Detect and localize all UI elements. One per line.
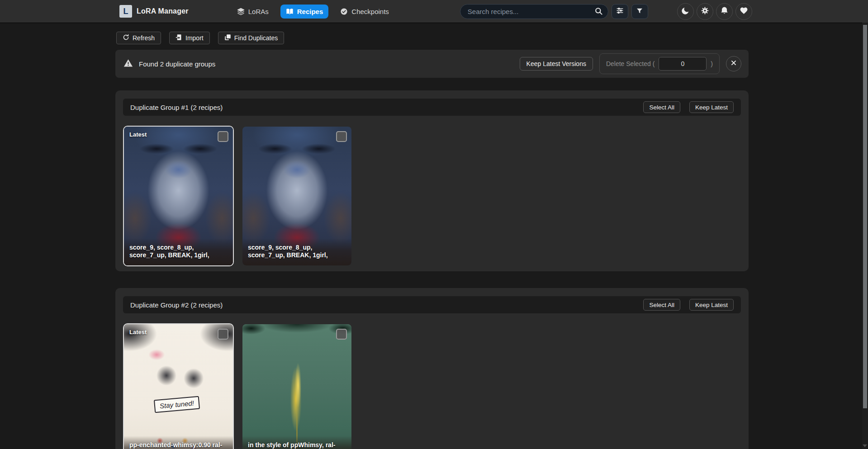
card-row: Stay tuned! Latest pp-enchanted-whimsy:0… [123,323,741,449]
select-all-button[interactable]: Select All [643,299,680,311]
alert-message: Found 2 duplicate groups [123,58,215,69]
card-caption: in the style of ppWhimsy, ral-frctlgmtry… [242,436,351,449]
keep-latest-button[interactable]: Keep Latest [689,299,734,311]
theme-toggle-button[interactable] [677,3,694,20]
toolbar: Refresh Import Find Duplicates [115,32,749,44]
find-duplicates-button[interactable]: Find Duplicates [218,32,285,44]
select-all-button[interactable]: Select All [643,101,680,113]
import-button[interactable]: Import [169,32,210,44]
book-icon [286,8,294,15]
moon-icon [681,6,690,16]
check-circle-icon [340,8,348,15]
layers-icon [237,8,245,15]
app-window: L LoRA Manager LoRAs Recipes Checkpoi [0,0,868,449]
import-label: Import [185,34,204,42]
refresh-button[interactable]: Refresh [116,32,161,44]
delete-selected-suffix: ) [711,60,713,67]
tab-label: Recipes [297,8,323,15]
recipe-card[interactable]: Latest score_9, score_8_up, score_7_up, … [123,126,234,266]
find-duplicates-label: Find Duplicates [234,34,278,42]
refresh-label: Refresh [133,34,155,42]
main-content: Refresh Import Find Duplicates [115,23,749,449]
refresh-icon [123,34,129,42]
group-actions: Select All Keep Latest [643,101,734,113]
card-caption: pp-enchanted-whimsy:0.90 ral-frctlgmtry_… [124,436,233,449]
scrollbar-down-arrow[interactable] [863,444,867,447]
card-checkbox[interactable] [336,329,347,340]
latest-badge: Latest [129,329,147,336]
close-alert-button[interactable] [726,56,741,71]
group-actions: Select All Keep Latest [643,299,734,311]
duplicates-alert: Found 2 duplicate groups Keep Latest Ver… [115,50,749,78]
close-icon [730,60,737,68]
card-caption: score_9, score_8_up, score_7_up, BREAK, … [242,238,351,265]
tab-label: LoRAs [248,8,269,15]
recipe-image [242,324,351,449]
scrollbar-thumb[interactable] [863,25,867,408]
duplicate-group-1: Duplicate Group #1 (2 recipes) Select Al… [115,90,749,271]
keep-latest-button[interactable]: Keep Latest [689,101,734,113]
nav-tabs: LoRAs Recipes Checkpoints [232,5,394,19]
brand: L LoRA Manager [119,5,189,18]
selected-count-input[interactable] [659,57,707,71]
recipe-card[interactable]: score_9, score_8_up, score_7_up, BREAK, … [242,126,352,266]
group-title: Duplicate Group #2 (2 recipes) [130,301,223,309]
search-options-button[interactable] [612,4,628,19]
card-checkbox[interactable] [218,131,228,142]
recipe-card[interactable]: Stay tuned! Latest pp-enchanted-whimsy:0… [123,323,234,449]
bell-icon [720,6,729,16]
heart-icon [740,6,748,16]
app-logo: L [119,5,132,18]
card-checkbox[interactable] [336,131,347,142]
duplicate-group-2: Duplicate Group #2 (2 recipes) Select Al… [115,288,749,449]
card-row: Latest score_9, score_8_up, score_7_up, … [123,126,741,266]
tab-recipes[interactable]: Recipes [280,5,329,19]
search-input[interactable] [460,4,608,19]
tab-label: Checkpoints [351,8,389,15]
card-checkbox[interactable] [218,329,228,340]
notifications-button[interactable] [716,3,733,20]
sliders-icon [616,7,624,16]
file-import-icon [175,34,182,42]
filter-button[interactable] [631,4,648,19]
tab-loras[interactable]: LoRAs [232,5,274,19]
settings-button[interactable] [697,3,713,20]
delete-selected-button[interactable]: Delete Selected ( ) [599,53,720,74]
card-caption: score_9, score_8_up, score_7_up, BREAK, … [124,238,233,265]
alert-text: Found 2 duplicate groups [139,60,215,68]
recipe-card[interactable]: in the style of ppWhimsy, ral-frctlgmtry… [242,323,352,449]
keep-latest-versions-button[interactable]: Keep Latest Versions [520,57,593,71]
delete-selected-prefix: Delete Selected ( [606,60,655,67]
navbar-actions [677,3,752,20]
navbar: L LoRA Manager LoRAs Recipes Checkpoi [0,0,868,23]
group-header: Duplicate Group #1 (2 recipes) Select Al… [123,99,741,116]
warning-icon [123,58,133,69]
search-icon[interactable] [594,7,603,17]
app-title: LoRA Manager [137,7,189,15]
stay-tuned-sign: Stay tuned! [154,396,200,413]
favorites-button[interactable] [735,3,752,20]
clone-icon [224,34,231,42]
group-title: Duplicate Group #1 (2 recipes) [130,104,223,111]
latest-badge: Latest [129,131,147,138]
page-scrollbar [862,23,868,449]
group-header: Duplicate Group #2 (2 recipes) Select Al… [123,296,741,313]
search-bar [460,4,608,19]
gear-icon [701,6,709,16]
funnel-icon [636,7,643,16]
tab-checkpoints[interactable]: Checkpoints [335,5,394,19]
alert-actions: Keep Latest Versions Delete Selected ( ) [520,53,741,74]
recipe-image: Stay tuned! [124,324,233,449]
